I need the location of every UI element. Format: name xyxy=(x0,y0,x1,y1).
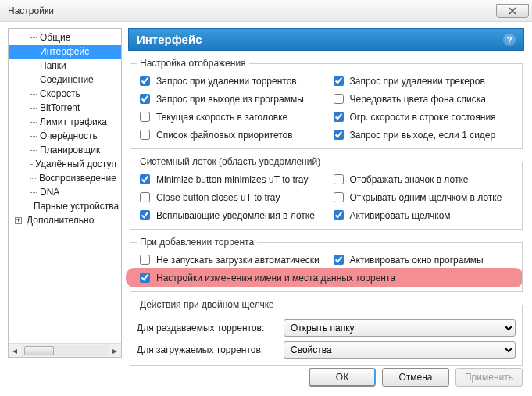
checkbox-row: Запрос при выходе, если 1 сидер xyxy=(330,127,516,142)
group-adding-legend: При добавлении торрента xyxy=(137,237,257,248)
sidebar-item-label: Парные устройства xyxy=(34,201,119,212)
category-tree[interactable]: ОбщиеИнтерфейсПапкиСоединениеСкоростьBit… xyxy=(9,29,121,343)
cancel-button[interactable]: Отмена xyxy=(382,368,449,387)
checkbox[interactable] xyxy=(334,94,344,104)
scroll-right-arrow-icon[interactable]: ▸ xyxy=(109,344,121,357)
sidebar-item[interactable]: Папки xyxy=(9,59,121,73)
checkbox-label[interactable]: Minimize button minimizes uT to tray xyxy=(156,174,309,185)
panel-title: Интерфейс xyxy=(137,33,202,46)
sidebar-item[interactable]: Общие xyxy=(9,30,121,45)
expand-icon[interactable]: + xyxy=(15,217,22,224)
checkbox-row: Список файловых приоритетов xyxy=(137,127,323,142)
sidebar-item-label: Очерёдность xyxy=(40,130,98,141)
sidebar-item[interactable]: BitTorrent xyxy=(9,101,121,115)
checkbox[interactable] xyxy=(140,112,150,122)
checkbox-row: Minimize button minimizes uT to tray xyxy=(137,172,323,187)
dialog-footer: ОК Отмена Применить xyxy=(0,362,532,396)
group-dblclick: Действия при двойном щелчке Для раздавае… xyxy=(130,299,523,366)
sidebar-item[interactable]: Парные устройства xyxy=(9,199,121,213)
seeding-label: Для раздаваемых торрентов: xyxy=(137,323,277,334)
scroll-thumb[interactable] xyxy=(24,346,54,355)
checkbox[interactable] xyxy=(334,130,344,140)
checkbox-row: Отображать значок в лотке xyxy=(330,172,516,187)
checkbox[interactable] xyxy=(334,255,344,265)
ok-button[interactable]: ОК xyxy=(309,368,376,387)
sidebar-item[interactable]: Очерёдность xyxy=(9,129,121,143)
sidebar-item[interactable]: Воспроизведение xyxy=(9,171,121,185)
scroll-track[interactable] xyxy=(21,345,109,356)
checkbox-label[interactable]: Огр. скорости в строке состояния xyxy=(350,112,496,123)
checkbox-label[interactable]: Запрос при выходе, если 1 сидер xyxy=(350,130,496,141)
scroll-left-arrow-icon[interactable]: ◂ xyxy=(9,344,21,357)
horizontal-scrollbar[interactable]: ◂ ▸ xyxy=(9,343,121,357)
help-icon[interactable]: ? xyxy=(503,34,516,46)
sidebar-item-label: Планировщик xyxy=(40,144,100,155)
sidebar: ОбщиеИнтерфейсПапкиСоединениеСкоростьBit… xyxy=(8,28,122,358)
sidebar-item[interactable]: Интерфейс xyxy=(9,45,121,59)
checkbox[interactable] xyxy=(140,174,150,184)
checkbox-row: Запрос при удалении трекеров xyxy=(330,73,516,88)
checkbox[interactable] xyxy=(334,174,344,184)
checkbox-row: Close button closes uT to tray xyxy=(137,190,323,205)
checkbox-label[interactable]: Всплывающие уведомления в лотке xyxy=(156,210,315,221)
checkbox[interactable] xyxy=(334,112,344,122)
checkbox[interactable] xyxy=(140,94,150,104)
checkbox-label[interactable]: Активировать окно программы xyxy=(350,255,484,266)
sidebar-item-label: Папки xyxy=(40,60,66,71)
sidebar-item-label: Скорость xyxy=(40,88,80,99)
checkbox-row: Текущая скорость в заголовке xyxy=(137,109,323,124)
checkbox-label[interactable]: Текущая скорость в заголовке xyxy=(156,112,287,123)
checkbox-row: Запрос при выходе из программы xyxy=(137,91,323,106)
checkbox-row: Всплывающие уведомления в лотке xyxy=(137,208,323,223)
sidebar-item-label: Воспроизведение xyxy=(39,173,116,184)
checkbox-label[interactable]: Close button closes uT to tray xyxy=(156,192,280,203)
sidebar-item-label: Лимит трафика xyxy=(40,116,107,127)
checkbox-label[interactable]: Запрос при удалении трекеров xyxy=(350,76,485,87)
sidebar-item-advanced[interactable]: +Дополнительно xyxy=(9,213,121,227)
checkbox-label[interactable]: Запрос при выходе из программы xyxy=(156,94,304,105)
main-panel: Интерфейс ? Настройка отображения Запрос… xyxy=(128,28,524,358)
sidebar-item[interactable]: Скорость xyxy=(9,87,121,101)
sidebar-item-label: Интерфейс xyxy=(40,46,89,57)
group-display-legend: Настройка отображения xyxy=(137,58,249,69)
checkbox[interactable] xyxy=(140,255,150,265)
checkbox[interactable] xyxy=(334,210,344,220)
checkbox[interactable] xyxy=(140,192,150,202)
group-adding: При добавлении торрента Не запускать заг… xyxy=(130,237,523,292)
checkbox[interactable] xyxy=(334,192,344,202)
sidebar-item[interactable]: Соединение xyxy=(9,73,121,87)
checkbox-label[interactable]: Чередовать цвета фона списка xyxy=(350,94,487,105)
checkbox-row: Настройки изменения имени и места данных… xyxy=(137,270,516,285)
sidebar-item-label: Дополнительно xyxy=(27,215,94,226)
checkbox-row: Открывать одним щелчком в лотке xyxy=(330,190,516,205)
sidebar-item[interactable]: Планировщик xyxy=(9,143,121,157)
checkbox[interactable] xyxy=(140,130,150,140)
checkbox[interactable] xyxy=(140,210,150,220)
sidebar-item-label: Соединение xyxy=(40,74,94,85)
checkbox-label[interactable]: Отображать значок в лотке xyxy=(350,174,469,185)
checkbox[interactable] xyxy=(140,76,150,86)
checkbox-label[interactable]: Настройки изменения имени и места данных… xyxy=(156,273,395,284)
sidebar-item-label: DNA xyxy=(40,187,59,198)
seeding-select[interactable]: Открыть папку xyxy=(284,319,516,337)
checkbox-label[interactable]: Открывать одним щелчком в лотке xyxy=(350,192,502,203)
checkbox-label[interactable]: Список файловых приоритетов xyxy=(156,130,293,141)
checkbox-row: Не запускать загрузки автоматически xyxy=(137,252,323,267)
sidebar-item-label: Удалённый доступ xyxy=(35,159,116,169)
apply-button[interactable]: Применить xyxy=(455,368,523,387)
checkbox-label[interactable]: Запрос при удалении торрентов xyxy=(156,76,297,87)
downloading-select[interactable]: Свойства xyxy=(284,341,516,359)
checkbox-row: Чередовать цвета фона списка xyxy=(330,91,516,106)
group-display: Настройка отображения Запрос при удалени… xyxy=(130,58,523,149)
group-tray: Системный лоток (область уведомлений) Mi… xyxy=(130,156,523,230)
checkbox-row: Запрос при удалении торрентов xyxy=(137,73,323,88)
checkbox-row: Огр. скорости в строке состояния xyxy=(330,109,516,124)
sidebar-item[interactable]: Удалённый доступ xyxy=(9,157,121,171)
sidebar-item[interactable]: DNA xyxy=(9,185,121,199)
close-button[interactable] xyxy=(496,4,529,18)
sidebar-item[interactable]: Лимит трафика xyxy=(9,115,121,129)
checkbox[interactable] xyxy=(334,76,344,86)
checkbox[interactable] xyxy=(140,273,150,283)
checkbox-label[interactable]: Активировать щелчком xyxy=(350,210,451,221)
checkbox-label[interactable]: Не запускать загрузки автоматически xyxy=(156,255,320,266)
